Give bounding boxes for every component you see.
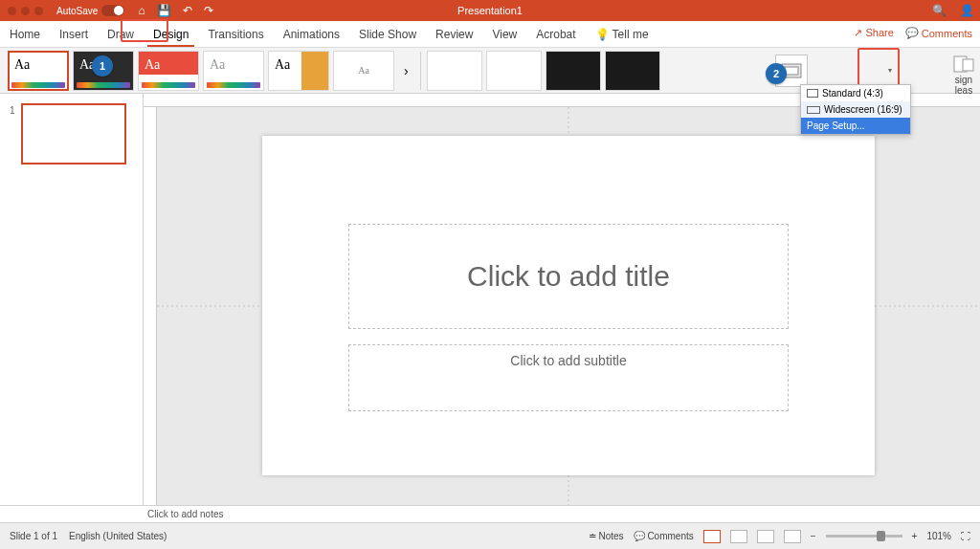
design-ribbon: Aa Aa Aa Aa Aa Aa › ▾ signleas Standard …: [0, 48, 980, 94]
menu-item-standard[interactable]: Standard (4:3): [801, 85, 910, 101]
variants-gallery: [427, 51, 660, 91]
tab-draw[interactable]: Draw: [98, 21, 144, 47]
slide-canvas[interactable]: Click to add title Click to add subtitle: [262, 136, 875, 475]
ribbon-tabs: Home Insert Draw Design Transitions Anim…: [0, 21, 980, 48]
autosave-label: AutoSave: [56, 6, 98, 16]
ribbon-divider: [420, 52, 421, 90]
tab-review[interactable]: Review: [426, 21, 482, 47]
window-controls[interactable]: [0, 7, 43, 15]
save-icon[interactable]: 💾: [157, 4, 171, 17]
tab-view[interactable]: View: [482, 21, 526, 47]
zoom-slider[interactable]: [826, 535, 902, 538]
undo-icon[interactable]: ↶: [183, 4, 192, 17]
comments-toggle[interactable]: 💬 Comments: [634, 531, 694, 541]
slide-counter: Slide 1 of 1: [10, 531, 57, 541]
theme-office[interactable]: Aa: [8, 51, 69, 91]
notes-pane[interactable]: Click to add notes: [0, 505, 980, 522]
canvas-wrap: Click to add title Click to add subtitle: [144, 94, 980, 505]
zoom-out-icon[interactable]: −: [811, 531, 816, 541]
ruler-vertical: [144, 107, 157, 505]
menu-item-widescreen[interactable]: Widescreen (16:9): [801, 101, 910, 118]
tell-me[interactable]: 💡 Tell me: [586, 21, 658, 47]
reading-view-icon[interactable]: [757, 530, 774, 543]
tab-slideshow[interactable]: Slide Show: [349, 21, 426, 47]
status-bar: Slide 1 of 1 English (United States) ≐ N…: [0, 522, 980, 549]
comments-button[interactable]: 💬 Comments: [905, 27, 972, 39]
redo-icon[interactable]: ↷: [204, 4, 213, 17]
theme-light[interactable]: Aa: [203, 51, 264, 91]
document-title: Presentation1: [457, 5, 523, 16]
tab-transitions[interactable]: Transitions: [198, 21, 273, 47]
work-area: 1 Click to add title Click to add subtit…: [0, 94, 980, 505]
theme-citrus[interactable]: Aa: [268, 51, 329, 91]
slide-size-menu: Standard (4:3) Widescreen (16:9) Page Se…: [800, 84, 911, 135]
fit-to-window-icon[interactable]: ⛶: [961, 531, 970, 541]
theme-minimal[interactable]: Aa: [333, 51, 394, 91]
tab-insert[interactable]: Insert: [50, 21, 98, 47]
sorter-view-icon[interactable]: [730, 530, 747, 543]
title-placeholder[interactable]: Click to add title: [348, 224, 789, 329]
svg-rect-1: [785, 67, 798, 75]
slideshow-view-icon[interactable]: [784, 530, 801, 543]
theme-dark[interactable]: Aa: [73, 51, 134, 91]
theme-red[interactable]: Aa: [138, 51, 199, 91]
themes-more-icon[interactable]: ›: [398, 63, 414, 78]
notes-toggle[interactable]: ≐ Notes: [589, 531, 624, 541]
tab-acrobat[interactable]: Acrobat: [526, 21, 585, 47]
variant-3[interactable]: [546, 51, 601, 91]
zoom-in-icon[interactable]: +: [912, 531, 918, 541]
variant-4[interactable]: [605, 51, 660, 91]
tab-home[interactable]: Home: [0, 21, 50, 47]
tab-animations[interactable]: Animations: [274, 21, 349, 47]
home-icon[interactable]: ⌂: [138, 4, 145, 17]
autosave-toggle[interactable]: [101, 5, 124, 16]
search-icon[interactable]: 🔍: [932, 4, 947, 17]
tab-design[interactable]: Design: [144, 21, 198, 47]
title-bar: AutoSave ⌂ 💾 ↶ ↷ Presentation1 🔍 👤: [0, 0, 980, 21]
slide-thumbnail-1[interactable]: [21, 103, 126, 165]
slide-size-dropdown-icon[interactable]: ▾: [885, 59, 894, 82]
variant-2[interactable]: [486, 51, 542, 91]
normal-view-icon[interactable]: [703, 530, 721, 543]
svg-rect-3: [963, 59, 973, 71]
thumbnail-panel: 1: [0, 94, 144, 505]
share-button[interactable]: ↗ Share: [854, 27, 893, 39]
slide-size-button[interactable]: [775, 55, 808, 87]
zoom-percent[interactable]: 101%: [926, 531, 951, 541]
variant-1[interactable]: [427, 51, 482, 91]
themes-gallery: Aa Aa Aa Aa Aa Aa ›: [8, 51, 414, 91]
quick-access-toolbar: ⌂ 💾 ↶ ↷: [138, 4, 212, 17]
menu-item-page-setup[interactable]: Page Setup...: [801, 118, 910, 134]
design-ideas-button[interactable]: signleas: [953, 55, 974, 96]
language-status[interactable]: English (United States): [69, 531, 167, 541]
account-icon[interactable]: 👤: [960, 4, 974, 17]
thumb-number: 1: [10, 103, 15, 165]
canvas-area[interactable]: Click to add title Click to add subtitle: [157, 107, 980, 505]
subtitle-placeholder[interactable]: Click to add subtitle: [348, 344, 789, 411]
